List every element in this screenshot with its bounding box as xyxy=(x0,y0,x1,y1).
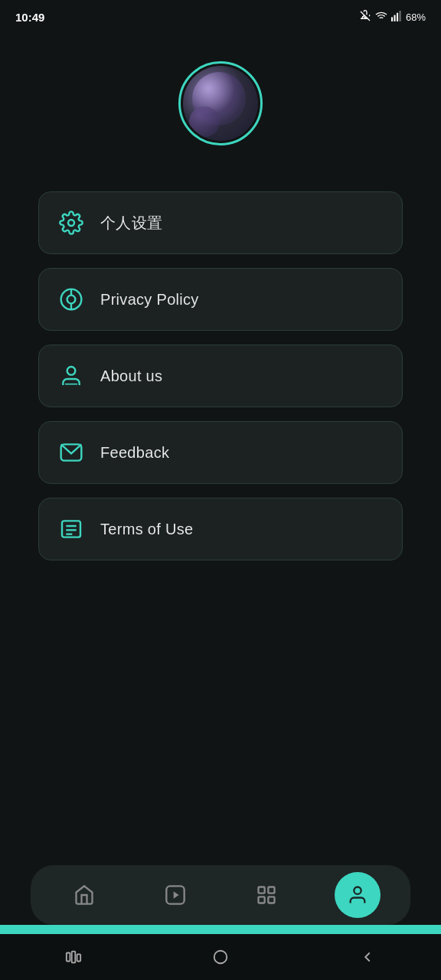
terms-of-use-label: Terms of Use xyxy=(100,521,193,538)
svg-rect-17 xyxy=(258,887,264,893)
svg-rect-20 xyxy=(268,897,274,903)
sys-nav-back[interactable] xyxy=(348,942,387,972)
svg-marker-16 xyxy=(173,891,178,898)
bottom-nav xyxy=(31,865,410,925)
menu-list: 个人设置 Privacy Policy xyxy=(38,191,403,560)
nav-item-profile[interactable] xyxy=(335,872,381,918)
privacy-policy-label: Privacy Policy xyxy=(100,291,199,309)
personal-settings-label: 个人设置 xyxy=(100,213,162,234)
svg-rect-1 xyxy=(394,15,395,21)
menu-item-feedback[interactable]: Feedback xyxy=(38,421,403,484)
menu-item-terms-of-use[interactable]: Terms of Use xyxy=(38,498,403,560)
status-bar: 10:49 68% xyxy=(0,0,441,31)
sys-nav-recent[interactable] xyxy=(54,942,93,972)
signal-icon xyxy=(391,10,402,24)
svg-rect-18 xyxy=(268,887,274,893)
status-time: 10:49 xyxy=(15,11,44,24)
about-icon xyxy=(57,362,85,390)
feedback-icon xyxy=(57,439,85,466)
svg-point-5 xyxy=(67,296,76,304)
svg-rect-19 xyxy=(258,897,264,903)
svg-point-8 xyxy=(67,367,76,375)
svg-rect-0 xyxy=(391,17,393,21)
menu-item-privacy-policy[interactable]: Privacy Policy xyxy=(38,268,403,331)
bottom-teal-bar xyxy=(0,925,441,934)
menu-item-personal-settings[interactable]: 个人设置 xyxy=(38,191,403,254)
nav-item-home[interactable] xyxy=(61,872,107,918)
svg-rect-22 xyxy=(67,953,70,962)
battery-status: 68% xyxy=(406,11,426,23)
system-nav xyxy=(0,934,441,980)
terms-icon xyxy=(57,515,85,543)
bottom-nav-wrapper xyxy=(0,858,441,934)
svg-point-21 xyxy=(354,887,361,894)
privacy-icon xyxy=(57,286,85,313)
svg-rect-2 xyxy=(397,12,398,21)
nav-item-play[interactable] xyxy=(152,872,198,918)
avatar xyxy=(183,66,258,141)
feedback-label: Feedback xyxy=(100,444,169,462)
avatar-container[interactable] xyxy=(178,61,263,145)
svg-rect-24 xyxy=(77,954,81,961)
status-icons: 68% xyxy=(359,10,426,24)
menu-item-about-us[interactable]: About us xyxy=(38,345,403,407)
wifi-icon xyxy=(375,10,387,24)
sys-nav-home[interactable] xyxy=(201,942,240,972)
avatar-bubble-2 xyxy=(189,106,220,137)
svg-rect-23 xyxy=(72,952,76,963)
svg-point-25 xyxy=(214,951,227,964)
main-content: 个人设置 Privacy Policy xyxy=(0,31,441,858)
mute-icon xyxy=(359,10,371,24)
nav-item-apps[interactable] xyxy=(243,872,289,918)
about-us-label: About us xyxy=(100,368,162,385)
svg-rect-3 xyxy=(399,11,400,21)
settings-icon xyxy=(57,209,85,237)
